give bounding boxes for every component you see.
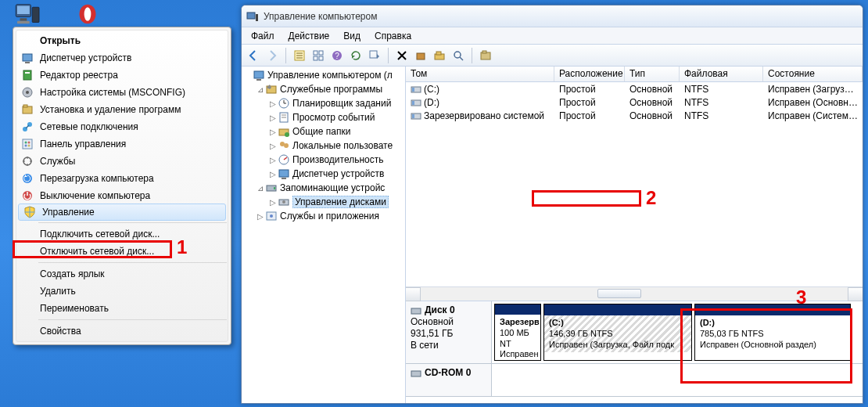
views-button[interactable]	[366, 47, 383, 64]
svg-point-57	[285, 132, 289, 137]
context-menu-item[interactable]: Удалить	[16, 283, 228, 300]
partition[interactable]: (C:)146,39 ГБ NTFSИсправен (Загрузка, Фа…	[543, 304, 692, 361]
svg-rect-9	[23, 70, 31, 80]
disk-info: CD-ROM 0	[406, 364, 492, 396]
context-menu-item[interactable]: Установка и удаление программ	[16, 101, 228, 118]
tree-node[interactable]: ▷Общие папки	[242, 124, 405, 139]
svg-rect-7	[23, 54, 32, 61]
help-button[interactable]: ?	[328, 47, 346, 64]
device-icon	[278, 167, 290, 180]
svg-rect-74	[412, 114, 414, 118]
svg-point-59	[284, 143, 289, 148]
context-menu-item[interactable]: Панель управления	[16, 135, 228, 153]
context-menu-item[interactable]: Сетевые подключения	[16, 118, 228, 135]
context-menu-item[interactable]: Управление	[18, 204, 226, 221]
window-title: Управление компьютером	[264, 11, 858, 22]
column-header[interactable]: Расположение	[554, 67, 625, 81]
svg-point-22	[28, 145, 30, 147]
context-menu-item[interactable]: Открыть	[16, 32, 228, 49]
tree-node[interactable]: ▷Диспетчер устройств	[242, 167, 405, 181]
device-icon	[21, 52, 34, 64]
menu-справка[interactable]: Справка	[368, 29, 418, 43]
event-icon	[278, 111, 290, 124]
action1-button[interactable]	[412, 47, 429, 64]
volume-row[interactable]: (D:)ПростойОсновнойNTFSИсправен (Основно…	[406, 95, 863, 109]
menu-вид[interactable]: Вид	[337, 29, 367, 43]
shield-icon	[23, 206, 36, 218]
tree-node[interactable]: ▷Службы и приложения	[242, 209, 405, 223]
context-menu-item[interactable]: Переименовать	[16, 300, 228, 317]
shutdown-icon	[21, 189, 34, 202]
horizontal-scrollbar[interactable]	[406, 286, 863, 301]
context-menu-item[interactable]: Свойства	[16, 322, 228, 340]
tree-node[interactable]: Управление компьютером (л	[242, 68, 405, 82]
svg-rect-1	[17, 6, 30, 15]
partition[interactable]: (D:)785,03 ГБ NTFSИсправен (Основной раз…	[694, 304, 851, 361]
diskmgr-icon	[278, 196, 290, 208]
delete-button[interactable]	[393, 47, 411, 64]
refresh-button[interactable]	[347, 47, 364, 64]
svg-point-12	[26, 91, 29, 94]
svg-rect-70	[412, 88, 414, 92]
volume-row[interactable]: (C:)ПростойОсновнойNTFSИсправен (Загрузк…	[406, 82, 863, 95]
column-header[interactable]: Файловая система	[680, 67, 763, 81]
find-button[interactable]	[450, 47, 467, 64]
action3-button[interactable]	[477, 47, 494, 64]
svg-rect-48	[256, 79, 261, 81]
context-menu-label: Перезагрузка компьютера	[40, 173, 154, 184]
tree-node[interactable]: ▷Управление дисками	[242, 195, 405, 209]
tree-node[interactable]: ⊿Запоминающие устройс	[242, 181, 405, 195]
titlebar[interactable]: Управление компьютером	[242, 5, 863, 27]
storage-icon	[265, 182, 278, 194]
column-header[interactable]: Тип	[625, 67, 680, 81]
menu-действие[interactable]: Действие	[282, 29, 336, 43]
context-menu-item[interactable]: Настройка системы (MSCONFIG)	[16, 84, 228, 101]
tree-node[interactable]: ⊿Служебные программы	[242, 82, 405, 96]
svg-rect-76	[411, 371, 421, 376]
volume-list-header[interactable]: ТомРасположениеТипФайловая системаСостоя…	[406, 67, 863, 82]
tree-label: Просмотр событий	[292, 112, 375, 123]
context-menu-item[interactable]: Подключить сетевой диск...	[16, 225, 228, 243]
nav-forward-button[interactable]	[264, 47, 281, 64]
partition[interactable]: Зарезерв100 МБ NTИсправен	[494, 304, 541, 361]
column-header[interactable]: Том	[406, 67, 554, 81]
svg-rect-35	[314, 56, 317, 60]
context-menu-item[interactable]: Службы	[16, 153, 228, 170]
context-menu-item[interactable]: Отключить сетевой диск...	[16, 243, 228, 260]
desktop-computer-icon[interactable]	[9, 3, 47, 25]
users-icon	[278, 139, 290, 152]
tree-pane[interactable]: Управление компьютером (л⊿Служебные прог…	[242, 67, 406, 403]
tree-node[interactable]: ▷Локальные пользовате	[242, 139, 405, 153]
nav-back-button[interactable]	[245, 47, 262, 64]
menu-файл[interactable]: Файл	[245, 29, 281, 43]
context-menu-label: Отключить сетевой диск...	[40, 246, 154, 257]
disk-row[interactable]: Диск 0Основной931,51 ГБВ сетиЗарезерв100…	[406, 301, 863, 364]
context-menu-item[interactable]: Перезагрузка компьютера	[16, 170, 228, 187]
context-menu-label: Диспетчер устройств	[40, 52, 131, 63]
svg-rect-28	[256, 14, 258, 21]
properties-button[interactable]	[291, 47, 308, 64]
context-menu-item[interactable]: Создать ярлык	[16, 265, 228, 283]
tree-label: Управление дисками	[292, 196, 389, 208]
tree-label: Производительность	[292, 154, 383, 165]
view-list-button[interactable]	[310, 47, 327, 64]
svg-rect-10	[25, 72, 30, 74]
tree-node[interactable]: ▷Просмотр событий	[242, 110, 405, 124]
volume-row[interactable]: Зарезервировано системойПростойОсновнойN…	[406, 109, 863, 122]
column-header[interactable]: Состояние	[763, 67, 863, 81]
context-menu-label: Сетевые подключения	[40, 121, 138, 132]
svg-rect-18	[23, 139, 32, 149]
context-menu-item[interactable]: Выключение компьютера	[16, 187, 228, 204]
tree-node[interactable]: ▷Производительность	[242, 153, 405, 167]
disk-row[interactable]: CD-ROM 0	[406, 364, 863, 397]
context-menu-item[interactable]: Диспетчер устройств	[16, 49, 228, 67]
svg-point-43	[454, 52, 461, 58]
svg-point-19	[25, 142, 27, 144]
tree-node[interactable]: ▷Планировщик заданий	[242, 96, 405, 110]
tree-label: Диспетчер устройств	[292, 168, 384, 179]
action2-button[interactable]	[431, 47, 448, 64]
volume-icon	[411, 85, 421, 94]
desktop-opera-icon[interactable]	[69, 3, 106, 25]
context-menu-item[interactable]: Редактор реестра	[16, 67, 228, 84]
svg-point-21	[25, 145, 27, 147]
